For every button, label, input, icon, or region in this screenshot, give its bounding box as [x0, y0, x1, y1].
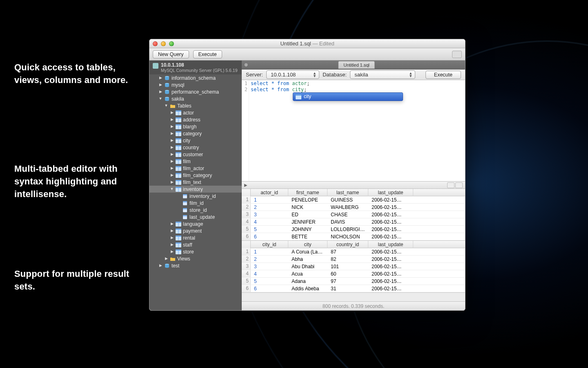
- chevron-right-icon[interactable]: ▶: [170, 222, 174, 226]
- cell[interactable]: 2006-02-15…: [368, 226, 413, 233]
- views-folder[interactable]: ▶ Views: [149, 255, 242, 262]
- chevron-right-icon[interactable]: ▶: [170, 249, 174, 254]
- server-select[interactable]: 10.0.1.108 ▲▼: [266, 70, 319, 79]
- cell[interactable]: CHASE: [327, 211, 368, 218]
- cell[interactable]: 4: [251, 218, 288, 226]
- table-node-language[interactable]: ▶ language: [149, 220, 242, 227]
- table-node-rental[interactable]: ▶ rental: [149, 234, 242, 241]
- table-node-inventory[interactable]: ▼ inventory: [149, 186, 242, 193]
- column-header[interactable]: first_name: [288, 189, 327, 196]
- table-row[interactable]: 5 5 JOHNNY LOLLOBRIGIDA 2006-02-15…: [242, 226, 465, 233]
- column-header[interactable]: city: [288, 241, 327, 248]
- new-query-button[interactable]: New Query: [153, 50, 189, 58]
- table-row[interactable]: 1 1 A Corua (La… 87 2006-02-15…: [242, 248, 465, 256]
- cell[interactable]: NICHOLSON: [327, 233, 368, 240]
- chevron-right-icon[interactable]: ▶: [170, 180, 174, 184]
- table-node-film_category[interactable]: ▶ film_category: [149, 172, 242, 179]
- table-node-category[interactable]: ▶ category: [149, 130, 242, 137]
- cell[interactable]: 2006-02-15…: [368, 248, 413, 256]
- table-node-customer[interactable]: ▶ customer: [149, 151, 242, 158]
- execute-query-button[interactable]: Execute: [425, 71, 461, 79]
- chevron-down-icon[interactable]: ▼: [170, 187, 174, 191]
- cell[interactable]: 87: [327, 248, 368, 256]
- chevron-right-icon[interactable]: ▶: [170, 152, 174, 156]
- chevron-down-icon[interactable]: ▼: [164, 103, 168, 108]
- cell[interactable]: JENNIFER: [288, 218, 327, 226]
- column-node-store_id[interactable]: store_id: [149, 206, 242, 213]
- column-header[interactable]: last_update: [368, 241, 413, 248]
- toolbar-overflow-icon[interactable]: [452, 51, 462, 58]
- titlebar[interactable]: Untitled 1.sql — Edited: [149, 39, 465, 48]
- table-node-country[interactable]: ▶ country: [149, 144, 242, 151]
- column-node-inventory_id[interactable]: inventory_id: [149, 193, 242, 200]
- db-node-performance_schema[interactable]: ▶ performance_schema: [149, 88, 242, 95]
- chevron-right-icon[interactable]: ▶: [170, 145, 174, 149]
- cell[interactable]: DAVIS: [327, 218, 368, 226]
- table-node-film_text[interactable]: ▶ film_text: [149, 179, 242, 186]
- chevron-right-icon[interactable]: ▶: [170, 166, 174, 170]
- cell[interactable]: 3: [251, 211, 288, 218]
- cell[interactable]: 101: [327, 263, 368, 270]
- cell[interactable]: 2006-02-15…: [368, 278, 413, 285]
- cell[interactable]: LOLLOBRIGIDA: [327, 226, 368, 233]
- chevron-right-icon[interactable]: ▶: [170, 236, 174, 240]
- editor-tabbar[interactable]: ⊗ Untitled 1.sql: [242, 61, 465, 70]
- cell[interactable]: BETTE: [288, 233, 327, 240]
- table-row[interactable]: 2 2 NICK WAHLBERG 2006-02-15…: [242, 204, 465, 211]
- column-header[interactable]: city_id: [251, 241, 288, 248]
- chevron-right-icon[interactable]: ▶: [158, 76, 163, 80]
- tables-folder[interactable]: ▼ Tables: [149, 102, 242, 109]
- chevron-right-icon[interactable]: ▶: [170, 138, 174, 142]
- tab-untitled[interactable]: Untitled 1.sql: [338, 61, 375, 69]
- cell[interactable]: 6: [251, 233, 288, 240]
- cell[interactable]: Adana: [288, 278, 327, 285]
- table-row[interactable]: 1 1 PENELOPE GUINESS 2006-02-15…: [242, 196, 465, 204]
- database-select[interactable]: sakila ▲▼: [350, 70, 415, 79]
- cell[interactable]: 2006-02-15…: [368, 263, 413, 270]
- column-header[interactable]: last_update: [368, 189, 413, 196]
- autocomplete-popup[interactable]: city: [293, 92, 403, 101]
- chevron-right-icon[interactable]: ▶: [170, 117, 174, 121]
- table-node-blargh[interactable]: ▶ blargh: [149, 123, 242, 130]
- chevron-right-icon[interactable]: ▶: [170, 159, 174, 163]
- cell[interactable]: Addis Abeba: [288, 285, 327, 292]
- chevron-right-icon[interactable]: ▶: [170, 110, 174, 114]
- chevron-right-icon[interactable]: ▶: [170, 173, 174, 177]
- sql-editor[interactable]: 12 select * from actor; select * from ci…: [242, 80, 465, 182]
- result-grid-city[interactable]: city_idcitycountry_idlast_update 1 1 A C…: [242, 241, 465, 293]
- minimize-icon[interactable]: [161, 41, 166, 46]
- cell[interactable]: GUINESS: [327, 196, 368, 204]
- cell[interactable]: 6: [251, 285, 288, 292]
- cell[interactable]: Abu Dhabi: [288, 263, 327, 270]
- cell[interactable]: Acua: [288, 270, 327, 278]
- cell[interactable]: 2006-02-15…: [368, 270, 413, 278]
- table-row[interactable]: 5 5 Adana 97 2006-02-15…: [242, 278, 465, 285]
- cell[interactable]: 4: [251, 270, 288, 278]
- zoom-icon[interactable]: [169, 41, 174, 46]
- cell[interactable]: 2006-02-15…: [368, 256, 413, 263]
- table-row[interactable]: 3 3 Abu Dhabi 101 2006-02-15…: [242, 263, 465, 270]
- chevron-right-icon[interactable]: ▶: [158, 263, 163, 267]
- result-grid-actor[interactable]: actor_idfirst_namelast_namelast_update 1…: [242, 189, 465, 241]
- cell[interactable]: 5: [251, 278, 288, 285]
- cell[interactable]: 60: [327, 270, 368, 278]
- table-node-film[interactable]: ▶ film: [149, 158, 242, 165]
- table-row[interactable]: 3 3 ED CHASE 2006-02-15…: [242, 211, 465, 218]
- disclosure-icon[interactable]: ▶: [244, 183, 247, 187]
- column-node-film_id[interactable]: film_id: [149, 200, 242, 206]
- table-node-city[interactable]: ▶ city: [149, 137, 242, 144]
- cell[interactable]: Abha: [288, 256, 327, 263]
- sidebar[interactable]: 10.0.1.108 MySQL Community Server (GPL) …: [149, 61, 242, 310]
- cell[interactable]: 2: [251, 256, 288, 263]
- view-text-icon[interactable]: [455, 182, 463, 188]
- chevron-right-icon[interactable]: ▶: [170, 131, 174, 135]
- cell[interactable]: 2006-02-15…: [368, 218, 413, 226]
- cell[interactable]: A Corua (La…: [288, 248, 327, 256]
- table-node-staff[interactable]: ▶ staff: [149, 241, 242, 248]
- execute-button[interactable]: Execute: [193, 50, 222, 58]
- table-node-address[interactable]: ▶ address: [149, 116, 242, 123]
- table-row[interactable]: 2 2 Abha 82 2006-02-15…: [242, 256, 465, 263]
- db-node-information_schema[interactable]: ▶ information_schema: [149, 74, 242, 81]
- cell[interactable]: PENELOPE: [288, 196, 327, 204]
- db-node-mysql[interactable]: ▶ mysql: [149, 81, 242, 88]
